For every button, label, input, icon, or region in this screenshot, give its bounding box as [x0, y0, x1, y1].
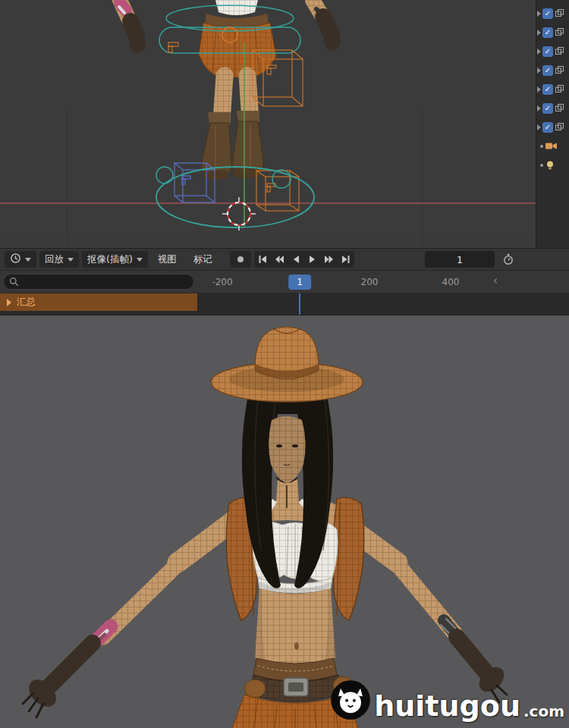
outliner-collection-row[interactable]: ✓: [536, 23, 569, 42]
collection-icon: [555, 103, 564, 113]
collection-checkbox[interactable]: ✓: [542, 103, 553, 114]
character-face: [269, 416, 305, 484]
expand-triangle-icon[interactable]: [537, 124, 541, 130]
viewport-main[interactable]: huitugou .com: [0, 315, 569, 728]
ruler-tick: 400: [442, 277, 460, 287]
expand-triangle-icon[interactable]: [537, 30, 541, 36]
playback-dropdown[interactable]: 回放: [39, 251, 79, 268]
collection-icon: [555, 46, 564, 56]
collection-icon: [555, 122, 564, 132]
boots: [202, 111, 263, 180]
transport-controls: [254, 251, 354, 268]
timeline-channels: 汇总: [0, 293, 569, 315]
expand-triangle-icon[interactable]: [537, 11, 541, 17]
right-eye: [292, 444, 298, 447]
play-reverse-button[interactable]: [288, 251, 304, 268]
outliner-collection-row[interactable]: ✓: [536, 99, 569, 118]
record-button[interactable]: [230, 251, 251, 268]
blender-window: ✓ ✓ ✓ ✓ ✓: [0, 0, 569, 728]
viewport-top[interactable]: [0, 0, 536, 248]
expand-triangle-icon[interactable]: [537, 86, 541, 93]
marker-menu[interactable]: 标记: [187, 251, 219, 268]
outliner-panel: ✓ ✓ ✓ ✓ ✓: [536, 0, 569, 248]
chevron-down-icon: [68, 258, 74, 265]
current-frame-badge[interactable]: 1: [288, 275, 311, 290]
expand-triangle-icon[interactable]: [537, 105, 541, 111]
ruler-tick: -200: [212, 277, 232, 287]
3d-cursor-icon: [222, 197, 256, 231]
view-menu[interactable]: 视图: [151, 251, 184, 268]
ruler-tick: 200: [361, 277, 379, 287]
current-frame-field[interactable]: 1: [425, 251, 495, 268]
jump-to-previous-keyframe-button[interactable]: [271, 251, 288, 268]
chevron-left-icon[interactable]: ‹: [493, 274, 498, 287]
selection-dot-icon: [540, 145, 543, 148]
cat-logo-icon: [330, 679, 371, 720]
keying-dropdown[interactable]: 抠像(插帧): [82, 251, 148, 268]
character-model: [0, 315, 569, 728]
summary-channel-row[interactable]: 汇总: [0, 293, 197, 311]
outliner-collection-row[interactable]: ✓: [536, 80, 569, 99]
expand-triangle-icon[interactable]: [7, 299, 11, 306]
collection-checkbox[interactable]: ✓: [542, 84, 553, 95]
collection-icon: [555, 65, 564, 75]
clock-icon: [10, 253, 21, 267]
search-input[interactable]: [23, 276, 178, 288]
watermark: huitugou .com: [330, 679, 564, 720]
timeline-ruler[interactable]: -200 200 400 1 ‹: [0, 271, 569, 293]
collection-icon: [555, 27, 564, 37]
playback-label: 回放: [45, 253, 64, 266]
chevron-down-icon: [25, 258, 31, 265]
jump-to-next-keyframe-button[interactable]: [321, 251, 338, 268]
playhead-line[interactable]: [299, 293, 300, 315]
timeline-header: 回放 抠像(插帧) 视图 标记: [0, 248, 569, 271]
keying-label: 抠像(插帧): [87, 253, 133, 266]
collection-icon: [555, 84, 564, 94]
timeline-editor: 回放 抠像(插帧) 视图 标记: [0, 248, 569, 315]
cowboy-hat: [211, 327, 363, 402]
outliner-collection-row[interactable]: ✓: [536, 61, 569, 80]
jump-to-start-button[interactable]: [254, 251, 271, 268]
expand-triangle-icon[interactable]: [537, 49, 541, 55]
channel-search-box[interactable]: [3, 274, 194, 290]
outliner-light-row[interactable]: [536, 155, 569, 174]
expand-triangle-icon[interactable]: [537, 67, 541, 74]
watermark-suffix: .com: [523, 704, 564, 720]
watermark-brand: huitugou: [374, 692, 520, 720]
chevron-down-icon: [137, 258, 143, 265]
outliner-collection-row[interactable]: ✓: [536, 118, 569, 136]
selection-dot-icon: [540, 164, 543, 167]
collection-checkbox[interactable]: ✓: [542, 27, 553, 38]
camera-icon[interactable]: [545, 141, 558, 151]
summary-label: 汇总: [17, 296, 36, 309]
outliner-collection-row[interactable]: ✓: [536, 42, 569, 61]
record-icon: [236, 253, 245, 267]
light-icon[interactable]: [545, 160, 555, 171]
jump-to-end-button[interactable]: [338, 251, 354, 268]
left-eye: [276, 444, 282, 447]
play-forward-button[interactable]: [304, 251, 321, 268]
outliner-collection-row[interactable]: ✓: [536, 4, 569, 23]
search-icon: [9, 277, 19, 287]
collection-checkbox[interactable]: ✓: [542, 8, 553, 19]
outliner-camera-row[interactable]: [536, 136, 569, 155]
editor-type-dropdown[interactable]: [5, 251, 36, 268]
collection-checkbox[interactable]: ✓: [542, 122, 553, 133]
collection-checkbox[interactable]: ✓: [542, 65, 553, 76]
stopwatch-icon[interactable]: [502, 253, 514, 265]
viewport-top-scene: [0, 0, 536, 248]
collection-checkbox[interactable]: ✓: [542, 46, 553, 57]
character-midriff: [255, 588, 335, 667]
collection-icon: [555, 8, 564, 18]
